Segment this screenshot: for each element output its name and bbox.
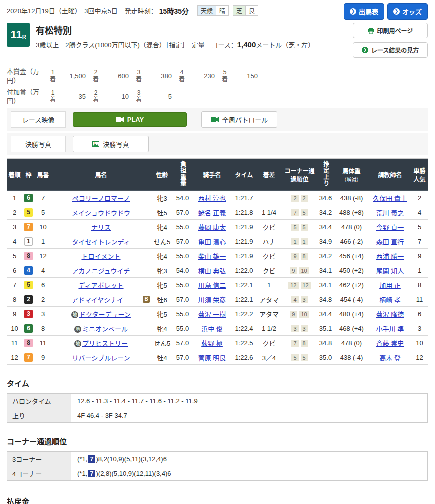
trainer-link[interactable]: 小手川 準 xyxy=(376,325,404,333)
trainer-link[interactable]: 西浦 勝一 xyxy=(376,253,404,260)
trainer-link[interactable]: 菊沢 隆徳 xyxy=(376,311,404,318)
bracket-cell: 1 xyxy=(22,234,36,249)
result-row: 1279リバーシブルレーン牡457.0菅原 明良1:22.63／45535.04… xyxy=(8,350,428,365)
prize-line: 付加賞（万円）1着352着103着5 xyxy=(7,88,428,105)
jockey-link[interactable]: 柴山 雄一 xyxy=(198,253,226,260)
prize-value: 600 xyxy=(101,72,134,80)
bracket-number: 5 xyxy=(24,208,33,217)
body-weight-cell: 456 (+4) xyxy=(334,249,370,263)
trainer-link[interactable]: 加用 正 xyxy=(380,282,401,289)
corner-position: 8 xyxy=(301,340,308,347)
horse-link[interactable]: タイセイトレンディ xyxy=(72,238,130,246)
trainer-link[interactable]: 久保田 貴士 xyxy=(373,195,408,202)
finish-position: 10 xyxy=(8,321,22,336)
trainer-cell: 森田 直行 xyxy=(370,234,412,249)
margin-cell: アタマ xyxy=(256,292,282,307)
trainer-link[interactable]: 今野 貞一 xyxy=(376,224,404,231)
trainer-link[interactable]: 柄崎 孝 xyxy=(380,296,401,304)
bracket-number: 4 xyxy=(24,266,33,275)
jockey-link[interactable]: 荻野 極 xyxy=(202,340,223,347)
jockey-link[interactable]: 菊沢 一樹 xyxy=(198,311,226,318)
horse-link[interactable]: リバーシブルレーン xyxy=(72,354,130,362)
horse-number: 4 xyxy=(36,263,52,278)
bracket-cell: 8 xyxy=(22,249,36,263)
sex-age: 牝5 xyxy=(152,278,174,292)
jockey-cell: 荻野 極 xyxy=(192,336,232,350)
corner-table: 3コーナー(*1,7)8,2(10,9)(5,11)(3,12,4)64コーナー… xyxy=(7,451,428,481)
race-date-meet: 2020年12月19日（土曜） 3回中京5日 xyxy=(7,6,118,15)
finish-position: 1 xyxy=(8,191,22,205)
print-page-button[interactable]: 印刷用ページ xyxy=(353,23,428,38)
bracket-number: 7 xyxy=(24,223,33,231)
trainer-link[interactable]: 荒川 義之 xyxy=(376,209,404,217)
trainer-link[interactable]: 森田 直行 xyxy=(376,238,404,246)
result-row: 167ペコリーノロマーノ牝354.0西村 淳也1:21.72234.6438 (… xyxy=(8,191,428,205)
jockey-link[interactable]: 蛯名 正義 xyxy=(198,209,226,217)
prize-item: 5着150 xyxy=(220,67,263,85)
trainer-link[interactable]: 高木 登 xyxy=(380,354,401,362)
horse-link[interactable]: ディアボレット xyxy=(78,282,124,289)
trainer-link[interactable]: 尾関 知人 xyxy=(376,267,404,275)
horse-name-cell: ナリス xyxy=(52,220,152,234)
play-button[interactable]: PLAY xyxy=(73,112,187,127)
corner-position: 9 xyxy=(292,253,298,260)
prize-place-suffix: 着 xyxy=(50,97,56,104)
jockey-link[interactable]: 西村 淳也 xyxy=(198,195,226,202)
finish-photo-label: 決勝写真 xyxy=(11,136,66,152)
corner-order-cell: 910 xyxy=(282,307,318,321)
patrol-video-button[interactable]: 全周パトロール xyxy=(202,111,278,128)
col-margin: 着差 xyxy=(256,159,282,191)
patrol-label: 全周パトロール xyxy=(222,115,268,124)
jockey-link[interactable]: 浜中 俊 xyxy=(202,325,223,333)
corner-order-pre: (*1, xyxy=(78,455,88,463)
jockey-link[interactable]: 川島 信二 xyxy=(198,282,226,289)
corner-position: 12 xyxy=(288,282,298,289)
result-guide-button[interactable]: ❯ レース結果の見方 xyxy=(353,42,428,58)
prize-item: 2着10 xyxy=(91,88,134,105)
time-cell: 1:21.9 xyxy=(232,220,256,234)
jockey-cell: 藤岡 康太 xyxy=(192,220,232,234)
shutsubahyo-button[interactable]: ❯出馬表 xyxy=(344,3,384,20)
prize-place-suffix: 着 xyxy=(93,97,99,104)
jockey-link[interactable]: 菅原 明良 xyxy=(198,354,226,362)
trainer-link[interactable]: 斉藤 崇史 xyxy=(376,340,404,347)
turf-label: 芝 xyxy=(233,5,246,16)
horse-number: 1 xyxy=(36,234,52,249)
trainer-cell: 荒川 義之 xyxy=(370,205,412,220)
horse-link[interactable]: ナリス xyxy=(92,224,111,231)
prize-value: 230 xyxy=(187,72,220,80)
horse-link[interactable]: ドクターデューン xyxy=(80,311,131,318)
prize-place: 1着 xyxy=(48,69,58,83)
horse-link[interactable]: アドマイヤシナイ xyxy=(72,296,124,304)
horse-link[interactable]: プリヒストリー xyxy=(82,340,128,347)
finish-photo-button[interactable]: 決勝写真 xyxy=(73,136,149,152)
horse-link[interactable]: ミニオンペール xyxy=(82,325,128,333)
race-condition-text: 3歳以上 2勝クラス(1000万円以下)（混合）［指定］ 定量 xyxy=(36,41,205,49)
horse-link[interactable]: アカノニジュウイチ xyxy=(72,267,130,275)
result-row: 5812トロイメント牝455.0柴山 雄一1:21.9クビ9834.2456 (… xyxy=(8,249,428,263)
horse-link[interactable]: トロイメント xyxy=(82,253,120,260)
race-number-r: R xyxy=(22,34,26,40)
jockey-link[interactable]: 川須 栄彦 xyxy=(198,296,226,304)
table-row: ハロンタイム 12.6 - 11.3 - 11.4 - 11.7 - 11.6 … xyxy=(8,394,428,408)
race-header-left: 11R 有松特別 3歳以上 2勝クラス(1000万円以下)（混合）［指定］ 定量… xyxy=(7,23,314,58)
weather-value: 晴 xyxy=(216,5,229,16)
circle-arrow-icon: ❯ xyxy=(394,8,400,15)
bracket-number: 8 xyxy=(24,252,33,260)
odds-button[interactable]: ❯オッズ xyxy=(388,3,428,20)
furlong-time-label: ハロンタイム xyxy=(8,394,72,408)
winner-number-highlight: 7 xyxy=(88,470,96,477)
horse-link[interactable]: ペコリーノロマーノ xyxy=(72,195,130,202)
finish-position: 6 xyxy=(8,263,22,278)
jockey-link[interactable]: 横山 典弘 xyxy=(198,267,226,275)
jockey-link[interactable]: 藤岡 康太 xyxy=(198,224,226,231)
table-row: 4コーナー(*1,7)(2,8)(5,10,9)(12,11)(3,4)6 xyxy=(8,466,428,481)
horse-link[interactable]: メイショウドウドウ xyxy=(72,209,130,217)
jockey-link[interactable]: 亀田 温心 xyxy=(198,238,226,246)
bracket-number: 3 xyxy=(24,310,33,318)
divider xyxy=(194,112,194,127)
margin-cell: クビ xyxy=(256,249,282,263)
last-3f-cell: 35.1 xyxy=(318,321,334,336)
col-corner-order: コーナー通過順位 xyxy=(282,159,318,191)
bracket-number: 5 xyxy=(24,281,33,289)
